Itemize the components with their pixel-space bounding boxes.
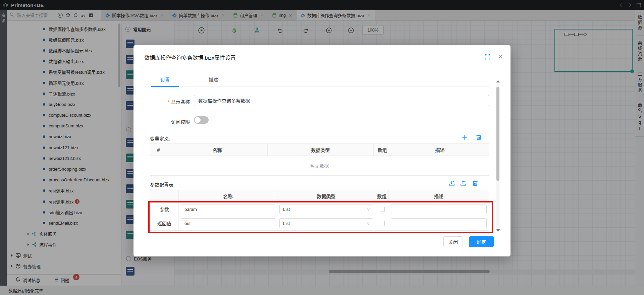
scroll-thumb[interactable] (496, 87, 499, 181)
properties-dialog: 数据库操作查询多条数据.bizx属性设置 设置 描述 显示名称 访问权限 变量定… (133, 45, 511, 256)
params-table: 名称 数据类型 数组 描述 参数 List∨ 返回值 List∨ (150, 190, 489, 231)
param-name-field[interactable] (181, 218, 275, 228)
delete-params-icon[interactable] (471, 179, 479, 187)
param-type-select[interactable]: List∨ (279, 204, 373, 214)
param-array-checkbox[interactable] (380, 221, 385, 226)
dialog-tabbar: 设置 描述 (151, 73, 489, 87)
param-desc-field[interactable] (391, 204, 487, 214)
add-variable-icon[interactable] (461, 133, 468, 141)
tab-settings[interactable]: 设置 (151, 73, 179, 86)
param-type-select[interactable]: List∨ (279, 218, 373, 228)
variables-section-label: 变量定义: (150, 135, 170, 142)
empty-table-message: 暂无数据 (150, 156, 489, 175)
param-row-label: 参数 (150, 202, 179, 216)
variables-table: # 名称 数据类型 数组 描述 暂无数据 (150, 143, 489, 176)
param-array-checkbox[interactable] (380, 207, 385, 212)
export-params-icon[interactable] (460, 179, 467, 187)
scroll-up-icon[interactable] (496, 80, 500, 82)
fullscreen-icon[interactable] (485, 54, 490, 61)
access-permission-toggle[interactable] (194, 116, 209, 124)
delete-variable-icon[interactable] (475, 133, 482, 141)
confirm-button[interactable]: 确定 (469, 236, 494, 247)
primeton-ide-window: Primeton-IDE 资源 AI 脚本操作JAVA数组.bizx简单数据库操… (0, 0, 644, 295)
close-icon[interactable] (498, 54, 503, 60)
param-name-field[interactable] (181, 204, 275, 214)
chevron-down-icon: ∨ (366, 221, 370, 226)
param-row-label: 返回值 (150, 216, 179, 230)
chevron-down-icon: ∨ (366, 207, 370, 212)
scroll-down-icon[interactable] (496, 229, 500, 232)
dialog-scrollbar[interactable] (496, 80, 500, 232)
tab-description[interactable]: 描述 (199, 73, 227, 86)
param-desc-field[interactable] (391, 218, 487, 228)
dialog-title: 数据库操作查询多条数据.bizx属性设置 (144, 53, 236, 61)
display-name-field[interactable] (194, 95, 489, 106)
param-row-output: 返回值 List∨ (150, 216, 489, 230)
close-button[interactable]: 关闭 (443, 236, 463, 247)
display-name-label: 显示名称 (147, 98, 190, 105)
access-permission-label: 访问权限 (147, 118, 190, 125)
param-row-input: 参数 List∨ (150, 202, 489, 216)
import-params-icon[interactable] (448, 179, 455, 187)
params-section-label: 参数配置表: (150, 181, 175, 188)
